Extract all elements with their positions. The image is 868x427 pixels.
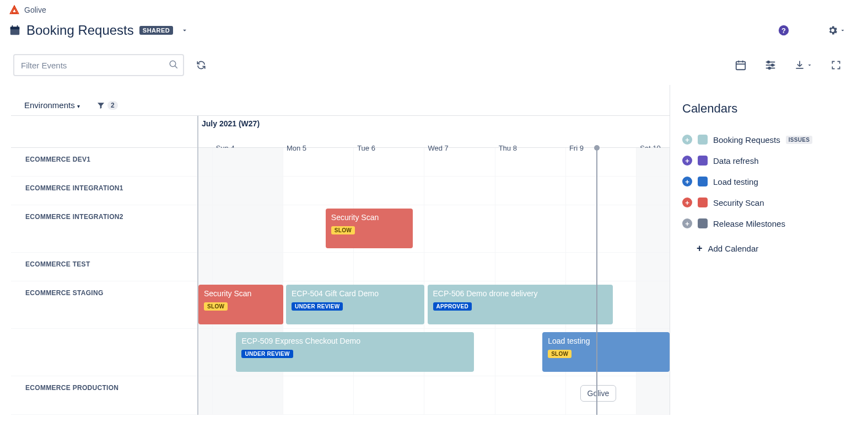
event-status-badge: UNDER REVIEW bbox=[292, 302, 343, 311]
add-event-icon[interactable]: + bbox=[682, 156, 692, 166]
month-label: July 2021 (W27) bbox=[202, 119, 260, 128]
download-icon[interactable] bbox=[792, 57, 815, 73]
now-indicator bbox=[596, 148, 597, 415]
environments-dropdown[interactable]: Environments ▾ bbox=[24, 100, 80, 110]
add-event-icon[interactable]: + bbox=[682, 198, 692, 207]
calendar-icon bbox=[9, 24, 21, 36]
event-status-badge: APPROVED bbox=[433, 302, 472, 311]
svg-point-20 bbox=[768, 67, 770, 70]
svg-line-7 bbox=[175, 66, 177, 68]
add-event-icon[interactable]: + bbox=[682, 135, 692, 145]
funnel-icon bbox=[96, 101, 105, 110]
event-title: Security Scan bbox=[204, 289, 278, 298]
calendar-item[interactable]: +Booking RequestsISSUES bbox=[682, 129, 868, 150]
calendar-name: Data refresh bbox=[713, 156, 759, 166]
calendar-color bbox=[698, 156, 708, 166]
environment-row-label: ECOMMERCE PRODUCTION bbox=[11, 376, 197, 415]
search-icon[interactable] bbox=[169, 60, 179, 70]
timeline-row: Security ScanSLOWECP-504 Gift Card DemoU… bbox=[198, 281, 670, 329]
page-header: Booking Requests SHARED ? bbox=[0, 20, 868, 45]
settings-sliders-icon[interactable] bbox=[762, 57, 779, 73]
calendars-title: Calendars bbox=[682, 102, 868, 116]
fullscreen-icon[interactable] bbox=[828, 57, 844, 73]
event-status-badge: SLOW bbox=[204, 302, 228, 311]
event-status-badge: UNDER REVIEW bbox=[241, 350, 293, 358]
refresh-icon[interactable] bbox=[194, 58, 208, 72]
event-status-badge: SLOW bbox=[331, 226, 355, 234]
toolbar bbox=[0, 45, 868, 85]
chevron-down-icon: ▾ bbox=[77, 103, 80, 109]
filter-count: 2 bbox=[107, 101, 118, 110]
plus-icon: + bbox=[697, 243, 703, 254]
event-title: ECP-506 Demo drone delivery bbox=[433, 289, 608, 298]
svg-rect-2 bbox=[12, 25, 13, 28]
event-block[interactable]: Load testingSLOW bbox=[542, 332, 670, 372]
calendar-item[interactable]: +Security Scan bbox=[682, 192, 868, 213]
environment-row-label: ECOMMERCE DEV1 bbox=[11, 148, 197, 177]
svg-rect-8 bbox=[736, 62, 746, 70]
calendar-color bbox=[698, 177, 708, 186]
calendar-name: Release Milestones bbox=[713, 219, 785, 228]
calendar-color bbox=[698, 218, 708, 228]
breadcrumb: Golive bbox=[0, 0, 868, 20]
calendar-view-icon[interactable] bbox=[732, 57, 749, 73]
event-block[interactable]: Security ScanSLOW bbox=[326, 209, 413, 248]
environment-row-label: ECOMMERCE TEST bbox=[11, 253, 197, 281]
calendar-name: Load testing bbox=[713, 177, 758, 186]
event-title: ECP-504 Gift Card Demo bbox=[292, 289, 419, 298]
svg-point-6 bbox=[170, 61, 176, 67]
event-title: Security Scan bbox=[331, 213, 407, 222]
svg-text:?: ? bbox=[781, 26, 786, 35]
timeline-row: Security ScanSLOW bbox=[198, 205, 670, 253]
issues-badge: ISSUES bbox=[786, 136, 812, 144]
svg-point-18 bbox=[768, 61, 770, 63]
environment-row-label: ECOMMERCE INTEGRATION2 bbox=[11, 205, 197, 253]
timeline-row bbox=[198, 253, 670, 281]
event-status-badge: SLOW bbox=[548, 350, 572, 358]
calendar-item[interactable]: +Data refresh bbox=[682, 150, 868, 171]
timeline-row bbox=[198, 177, 670, 205]
svg-point-19 bbox=[772, 64, 774, 66]
add-event-icon[interactable]: + bbox=[682, 177, 692, 186]
filter-chip[interactable]: 2 bbox=[96, 101, 118, 110]
shared-badge: SHARED bbox=[139, 26, 173, 35]
calendar-item[interactable]: +Release Milestones bbox=[682, 213, 868, 234]
milestone-marker[interactable]: Golive bbox=[580, 385, 617, 402]
title-dropdown[interactable] bbox=[179, 24, 191, 36]
event-block[interactable]: Security ScanSLOW bbox=[198, 285, 283, 324]
app-logo-icon bbox=[9, 4, 20, 15]
timeline-row bbox=[198, 148, 670, 177]
svg-rect-3 bbox=[17, 25, 18, 28]
add-event-icon[interactable]: + bbox=[682, 218, 692, 228]
calendar-item[interactable]: +Load testing bbox=[682, 171, 868, 192]
event-title: ECP-509 Express Checkout Demo bbox=[241, 337, 468, 345]
settings-icon[interactable] bbox=[825, 23, 848, 38]
app-name[interactable]: Golive bbox=[24, 6, 46, 14]
svg-rect-1 bbox=[10, 27, 20, 30]
page-title: Booking Requests bbox=[26, 23, 134, 38]
calendar-name: Booking Requests bbox=[713, 135, 780, 145]
add-calendar-button[interactable]: + Add Calendar bbox=[682, 234, 868, 254]
event-title: Load testing bbox=[548, 337, 664, 345]
calendar-color bbox=[698, 198, 708, 207]
environment-row-label bbox=[11, 329, 197, 376]
help-icon[interactable]: ? bbox=[775, 22, 792, 39]
filter-events-wrap bbox=[13, 54, 184, 76]
environment-row-label: ECOMMERCE INTEGRATION1 bbox=[11, 177, 197, 205]
calendar-name: Security Scan bbox=[713, 198, 764, 207]
event-block[interactable]: ECP-504 Gift Card DemoUNDER REVIEW bbox=[286, 285, 424, 324]
event-block[interactable]: ECP-506 Demo drone deliveryAPPROVED bbox=[428, 285, 613, 324]
filter-events-input[interactable] bbox=[13, 54, 184, 76]
timeline-row: Golive bbox=[198, 376, 670, 415]
environment-row-label: ECOMMERCE STAGING bbox=[11, 281, 197, 329]
timeline-row: ECP-509 Express Checkout DemoUNDER REVIE… bbox=[198, 329, 670, 376]
calendar-color bbox=[698, 135, 708, 145]
event-block[interactable]: ECP-509 Express Checkout DemoUNDER REVIE… bbox=[236, 332, 474, 372]
